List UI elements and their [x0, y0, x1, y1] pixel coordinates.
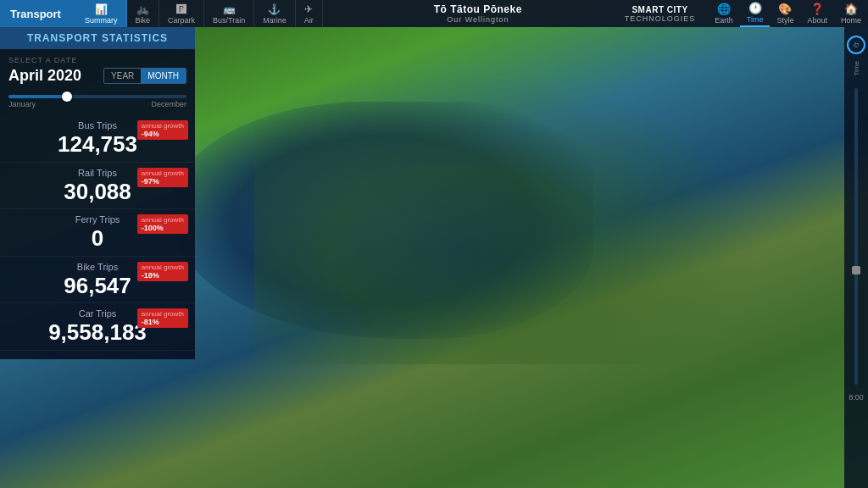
nav-home[interactable]: 🏠 Home — [834, 0, 868, 27]
city-title-sub: Our Wellington — [447, 15, 509, 24]
brand-logo[interactable]: Transport — [0, 0, 76, 27]
car-badge-line1: annual growth — [142, 310, 184, 318]
car-trips-row: Car Trips 9,558,183 annual growth -81% — [0, 303, 195, 351]
ferry-trips-row: Ferry Trips 0 annual growth -100% — [0, 209, 195, 257]
smart-line1: SMART CITY — [625, 5, 696, 14]
date-section: SELECT A DATE April 2020 YEAR MONTH — [0, 49, 195, 88]
nav-item-bus[interactable]: 🚌 Bus/Train — [204, 0, 254, 27]
rail-badge-line1: annual growth — [142, 169, 184, 177]
rail-trips-row: Rail Trips 30,088 annual growth -97% — [0, 163, 195, 210]
bus-trips-row: Bus Trips 124,753 annual growth -94% — [0, 115, 195, 163]
rail-badge-pct: -97% — [142, 177, 184, 186]
nav-bus-label: Bus/Train — [213, 16, 245, 25]
nav-center-title: Tō Tātou Pōneke Our Wellington — [344, 3, 612, 24]
carpark-icon: 🅿 — [176, 3, 186, 15]
time-slider-thumb[interactable] — [852, 266, 860, 274]
nav-item-air[interactable]: ✈ Air — [296, 0, 323, 27]
year-toggle-btn[interactable]: YEAR — [104, 69, 141, 83]
nav-items-group: 📊 Summary 🚲 Bike 🅿 Carpark 🚌 Bus/Train ⚓… — [76, 0, 344, 27]
nav-time[interactable]: 🕐 Time — [740, 0, 771, 27]
nav-item-carpark[interactable]: 🅿 Carpark — [159, 0, 204, 27]
about-label: About — [807, 16, 827, 25]
top-navigation: Transport 📊 Summary 🚲 Bike 🅿 Carpark 🚌 B… — [0, 0, 868, 27]
car-badge-pct: -81% — [142, 318, 184, 326]
date-slider-section: January December — [0, 88, 195, 115]
earth-label: Earth — [715, 16, 733, 25]
nav-marine-label: Marine — [263, 16, 287, 25]
time-value: 8:00 — [849, 393, 864, 402]
nav-summary-label: Summary — [85, 16, 118, 25]
ferry-trips-badge: annual growth -100% — [137, 214, 188, 234]
nav-bike-label: Bike — [136, 16, 151, 25]
time-panel: ⏱ Time 8:00 — [844, 27, 868, 488]
home-label: Home — [841, 16, 861, 25]
date-toggle: YEAR MONTH — [103, 68, 186, 84]
smart-city-label: SMART CITY TECHNOLOGIES — [612, 5, 709, 23]
date-slider-track[interactable] — [8, 95, 186, 98]
time-panel-icon: ⏱ — [847, 36, 865, 54]
rail-trips-badge: annual growth -97% — [137, 168, 188, 187]
home-icon: 🏠 — [844, 3, 858, 15]
style-icon: 🎨 — [778, 3, 792, 15]
nav-style[interactable]: 🎨 Style — [770, 0, 800, 27]
panel-title: TRANSPORT STATISTICS — [0, 27, 195, 49]
car-trips-badge: annual growth -81% — [137, 308, 188, 328]
bike-trips-row: Bike Trips 96,547 annual growth -18% — [0, 257, 195, 304]
current-date: April 2020 — [8, 67, 81, 85]
select-date-label: SELECT A DATE — [8, 56, 186, 64]
nav-earth[interactable]: 🌐 Earth — [708, 0, 740, 27]
nav-air-label: Air — [304, 16, 314, 25]
smart-line2: TECHNOLOGIES — [625, 14, 696, 23]
brand-label: Transport — [10, 8, 61, 20]
bike-trips-badge: annual growth -18% — [137, 262, 188, 281]
slider-end-label: December — [151, 100, 186, 108]
bus-badge-line1: annual growth — [142, 122, 184, 130]
ferry-badge-line1: annual growth — [142, 216, 184, 224]
slider-start-label: January — [8, 100, 36, 108]
time-label-nav: Time — [747, 15, 764, 24]
time-icon: 🕐 — [748, 2, 762, 14]
slider-fill — [8, 95, 67, 98]
slider-labels: January December — [8, 100, 186, 108]
city-title-main: Tō Tātou Pōneke — [434, 3, 522, 15]
bus-badge-pct: -94% — [142, 130, 184, 138]
time-slider-track[interactable] — [854, 88, 858, 385]
about-icon: ❓ — [810, 3, 824, 15]
ferry-badge-pct: -100% — [142, 224, 184, 232]
nav-item-marine[interactable]: ⚓ Marine — [254, 0, 296, 27]
nav-about[interactable]: ❓ About — [800, 0, 834, 27]
nav-carpark-label: Carpark — [168, 16, 195, 25]
bus-trips-badge: annual growth -94% — [137, 120, 188, 140]
date-row: April 2020 YEAR MONTH — [8, 67, 186, 85]
time-panel-label: Time — [853, 61, 860, 75]
nav-item-summary[interactable]: 📊 Summary — [76, 0, 127, 27]
bike-icon: 🚲 — [136, 3, 149, 15]
marine-icon: ⚓ — [268, 3, 281, 15]
bike-badge-pct: -18% — [142, 271, 184, 280]
stats-panel: TRANSPORT STATISTICS SELECT A DATE April… — [0, 27, 195, 359]
nav-right-group: 🌐 Earth 🕐 Time 🎨 Style ❓ About 🏠 Home — [708, 0, 868, 27]
bus-icon: 🚌 — [223, 3, 236, 15]
nav-item-bike[interactable]: 🚲 Bike — [127, 0, 160, 27]
earth-icon: 🌐 — [717, 3, 731, 15]
air-icon: ✈ — [304, 3, 313, 15]
style-label: Style — [776, 16, 793, 25]
summary-icon: 📊 — [95, 3, 108, 15]
bike-badge-line1: annual growth — [142, 263, 184, 271]
month-toggle-btn[interactable]: MONTH — [141, 69, 186, 83]
